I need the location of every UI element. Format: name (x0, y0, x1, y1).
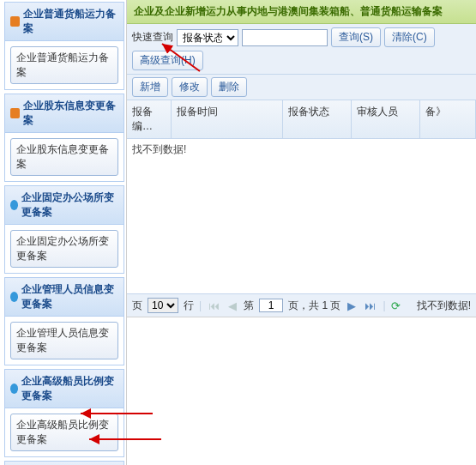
panel-body: 企业普通货船运力备案 (5, 41, 124, 89)
paging-toolbar: 页 10 行 | ⏮ ◀ 第 页，共 1 页 ▶ ⏭ | ⟳ 找不到数据! (127, 293, 476, 317)
grid-header: 报备编… 报备时间 报备状态 审核人员 备》 (127, 100, 476, 139)
col-report-id: 报备编… (127, 100, 172, 138)
col-remark: 备》 (420, 100, 476, 138)
sidebar-panel: 企业普通货船运力备案企业普通货船运力备案 (4, 2, 124, 90)
panel-title: 企业股东信息变更备案 (23, 99, 118, 128)
panel-title: 企业普通货船运力备案 (23, 7, 118, 36)
col-reviewer: 审核人员 (352, 100, 420, 138)
page-post: 页，共 1 页 (288, 299, 340, 313)
search-toolbar: 快速查询 报备状态 查询(S) 清除(C) 高级查询(H) (127, 24, 476, 75)
separator: | (199, 299, 202, 311)
search-input[interactable] (242, 29, 328, 46)
empty-text: 找不到数据! (132, 143, 186, 155)
crud-toolbar: 新增 修改 删除 (127, 75, 476, 100)
sidebar-panel: 企业股东信息变更备案企业股东信息变更备案 (4, 94, 124, 182)
first-page-icon[interactable]: ⏮ (207, 299, 221, 312)
last-page-icon[interactable]: ⏭ (363, 299, 377, 312)
refresh-icon[interactable]: ⟳ (391, 299, 401, 312)
panel-icon (10, 108, 20, 118)
panel-header[interactable]: 安全责任事故备案 (5, 462, 124, 465)
per-page-pre: 页 (132, 299, 142, 313)
panel-icon (10, 200, 18, 210)
panel-header[interactable]: 企业高级船员比例变更备案 (5, 370, 124, 408)
panel-header[interactable]: 企业固定办公场所变更备案 (5, 186, 124, 225)
add-button[interactable]: 新增 (132, 77, 168, 97)
per-page-post: 行 (184, 299, 194, 313)
sidebar-panel: 企业高级船员比例变更备案企业高级船员比例变更备案 (4, 369, 124, 457)
paging-status: 找不到数据! (417, 299, 471, 313)
page-title: 企业及企业新增运力从事内地与港澳间集装箱船、普通货船运输备案 (127, 0, 476, 24)
sidebar-item[interactable]: 企业管理人员信息变更备案 (10, 322, 118, 359)
panel-icon (10, 383, 18, 394)
panel-icon (10, 16, 20, 27)
sidebar-panel: 安全责任事故备案安全责任事故备案 (4, 461, 124, 465)
col-report-time: 报备时间 (172, 100, 283, 138)
page-pre: 第 (244, 299, 254, 313)
panel-icon (10, 292, 18, 302)
panel-body: 企业股东信息变更备案 (5, 133, 124, 181)
clear-button[interactable]: 清除(C) (384, 27, 435, 47)
panel-body: 企业管理人员信息变更备案 (5, 317, 124, 365)
panel-title: 企业管理人员信息变更备案 (21, 282, 118, 311)
panel-body: 企业固定办公场所变更备案 (5, 225, 124, 273)
sidebar: 企业普通货船运力备案企业普通货船运力备案企业股东信息变更备案企业股东信息变更备案… (0, 0, 126, 465)
panel-title: 企业高级船员比例变更备案 (21, 374, 118, 403)
quick-search-label: 快速查询 (132, 30, 173, 45)
sidebar-panel: 企业管理人员信息变更备案企业管理人员信息变更备案 (4, 277, 124, 365)
panel-title: 企业固定办公场所变更备案 (21, 190, 118, 220)
panel-header[interactable]: 企业股东信息变更备案 (5, 94, 124, 133)
sidebar-item[interactable]: 企业固定办公场所变更备案 (10, 230, 118, 268)
per-page-select[interactable]: 10 (148, 298, 178, 313)
status-select[interactable]: 报备状态 (177, 29, 238, 46)
grid-body: 找不到数据! (127, 139, 476, 293)
advanced-search-button[interactable]: 高级查询(H) (132, 51, 203, 70)
delete-button[interactable]: 删除 (211, 77, 247, 97)
panel-header[interactable]: 企业管理人员信息变更备案 (5, 278, 124, 317)
panel-body: 企业高级船员比例变更备案 (5, 408, 124, 456)
separator: | (383, 299, 385, 311)
col-report-status: 报备状态 (283, 100, 352, 138)
prev-page-icon[interactable]: ◀ (226, 299, 238, 312)
main-area: 企业及企业新增运力从事内地与港澳间集装箱船、普通货船运输备案 快速查询 报备状态… (126, 0, 476, 465)
page-input[interactable] (259, 299, 283, 312)
edit-button[interactable]: 修改 (172, 77, 208, 97)
next-page-icon[interactable]: ▶ (346, 299, 358, 312)
search-button[interactable]: 查询(S) (331, 27, 381, 47)
sidebar-item[interactable]: 企业股东信息变更备案 (10, 138, 118, 176)
lower-blank-area (127, 317, 476, 465)
sidebar-item[interactable]: 企业普通货船运力备案 (10, 46, 118, 84)
sidebar-panel: 企业固定办公场所变更备案企业固定办公场所变更备案 (4, 185, 124, 274)
sidebar-item[interactable]: 企业高级船员比例变更备案 (10, 414, 118, 451)
panel-header[interactable]: 企业普通货船运力备案 (5, 3, 124, 41)
